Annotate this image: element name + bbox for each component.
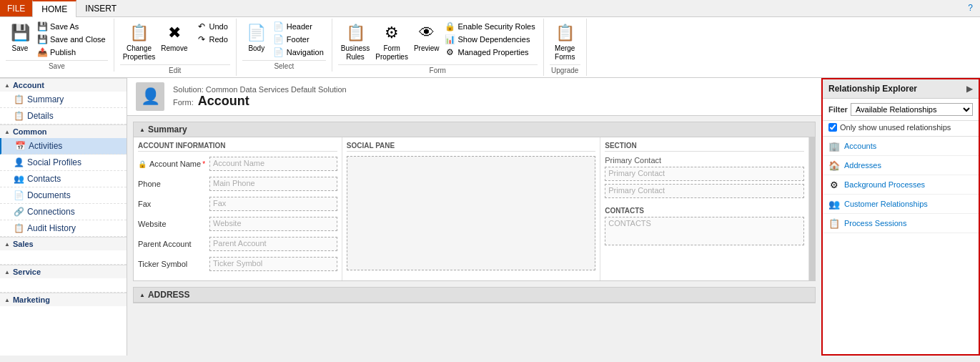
save-as-icon: 💾 xyxy=(36,21,48,32)
save-label: Save xyxy=(12,44,29,53)
ribbon: FILE HOME INSERT ? 💾 Save 💾 Save As 💾 xyxy=(0,0,980,78)
form-properties-button[interactable]: ⚙ FormProperties xyxy=(372,20,411,63)
background-processes-icon: ⚙ xyxy=(828,179,840,190)
sidebar-item-details-label: Details xyxy=(27,111,54,121)
sidebar-item-documents-label: Documents xyxy=(27,190,71,200)
fax-input[interactable]: Fax xyxy=(209,197,337,211)
sidebar-section-common[interactable]: Common xyxy=(0,124,127,138)
ribbon-group-upgrade: 📋 MergeForms Upgrade xyxy=(544,19,587,76)
save-small-buttons: 💾 Save As 💾 Save and Close 📤 Publish xyxy=(34,20,108,59)
contacts-section-header: CONTACTS xyxy=(605,207,804,215)
documents-icon: 📄 xyxy=(13,190,24,201)
form-section-address-header[interactable]: ADDRESS xyxy=(134,288,815,303)
contacts-input[interactable]: CONTACTS xyxy=(605,217,804,245)
publish-button[interactable]: 📤 Publish xyxy=(34,46,108,59)
form-properties-icon: ⚙ xyxy=(380,21,403,44)
merge-forms-button[interactable]: 📋 MergeForms xyxy=(550,20,579,63)
managed-properties-icon: ⚙ xyxy=(445,47,456,58)
required-star: * xyxy=(202,160,205,168)
business-rules-button[interactable]: 📋 BusinessRules xyxy=(338,20,373,63)
save-and-close-button[interactable]: 💾 Save and Close xyxy=(34,33,108,46)
sidebar-section-account[interactable]: Account xyxy=(0,78,127,92)
tab-file[interactable]: FILE xyxy=(0,0,32,16)
unused-relationships-label: Only show unused relationships xyxy=(840,123,951,132)
sidebar-item-connections[interactable]: 🔗 Connections xyxy=(0,204,127,220)
preview-button[interactable]: 👁 Preview xyxy=(411,20,442,54)
sales-placeholder xyxy=(0,250,127,265)
remove-button[interactable]: ✖ Remove xyxy=(158,20,190,54)
ticker-symbol-input[interactable]: Ticker Symbol xyxy=(209,257,337,271)
process-sessions-icon: 📋 xyxy=(828,217,840,229)
help-icon[interactable]: ? xyxy=(961,0,980,16)
form-section-address: ADDRESS xyxy=(133,287,816,303)
save-group-label: Save xyxy=(6,60,108,70)
relationship-item-process-sessions[interactable]: 📋 Process Sessions xyxy=(823,214,979,233)
tab-insert[interactable]: INSERT xyxy=(76,0,125,16)
customer-relationships-label: Customer Relationships xyxy=(844,200,928,208)
right-panel-expand-icon[interactable]: ▶ xyxy=(966,84,973,94)
relationship-item-customer-relationships[interactable]: 👥 Customer Relationships xyxy=(823,195,979,214)
change-properties-button[interactable]: 📋 ChangeProperties xyxy=(120,20,159,63)
sidebar-item-details[interactable]: 📋 Details xyxy=(0,108,127,124)
checkbox-row: Only show unused relationships xyxy=(823,121,979,137)
phone-input[interactable]: Main Phone xyxy=(209,177,337,191)
sidebar: Account 📋 Summary 📋 Details Common 📅 Act… xyxy=(0,78,127,356)
parent-account-input[interactable]: Parent Account xyxy=(209,237,337,251)
relationship-item-accounts[interactable]: 🏢 Accounts xyxy=(823,137,979,156)
website-input[interactable]: Website xyxy=(209,217,337,231)
select-small-col: 📄 Header 📄 Footer 📄 Navigation xyxy=(271,20,326,59)
save-and-close-label: Save and Close xyxy=(50,35,106,44)
accounts-icon: 🏢 xyxy=(828,140,840,152)
undo-redo-col: ↶ Undo ↷ Redo xyxy=(194,20,230,46)
social-profiles-icon: 👤 xyxy=(13,157,24,168)
ribbon-group-upgrade-content: 📋 MergeForms xyxy=(550,20,579,63)
sidebar-section-service[interactable]: Service xyxy=(0,265,127,278)
filter-select[interactable]: Available Relationships xyxy=(851,103,973,116)
form-section-summary-header[interactable]: Summary xyxy=(134,122,815,137)
save-button[interactable]: 💾 Save xyxy=(6,20,34,54)
unused-relationships-checkbox[interactable] xyxy=(828,123,837,132)
navigation-button[interactable]: 📄 Navigation xyxy=(271,46,326,59)
sidebar-item-summary[interactable]: 📋 Summary xyxy=(0,92,127,108)
save-as-button[interactable]: 💾 Save As xyxy=(34,20,108,33)
primary-contact-input-1[interactable]: Primary Contact xyxy=(605,167,804,181)
addresses-icon: 🏠 xyxy=(828,160,840,171)
enable-security-roles-button[interactable]: 🔒 Enable Security Roles xyxy=(442,20,538,33)
business-rules-label: BusinessRules xyxy=(341,44,370,62)
relationship-item-background-processes[interactable]: ⚙ Background Processes xyxy=(823,175,979,195)
accounts-label: Accounts xyxy=(844,142,876,150)
account-name-input[interactable]: Account Name xyxy=(209,157,337,171)
sidebar-item-documents[interactable]: 📄 Documents xyxy=(0,187,127,204)
sidebar-item-audit-history[interactable]: 📋 Audit History xyxy=(0,220,127,237)
tab-home[interactable]: HOME xyxy=(32,0,76,17)
primary-contact-input-2[interactable]: Primary Contact xyxy=(605,184,804,198)
social-pane-header: SOCIAL PANE xyxy=(347,142,595,152)
field-account-name: 🔒 Account Name * Account Name xyxy=(138,156,337,172)
sidebar-section-sales[interactable]: Sales xyxy=(0,237,127,250)
undo-button[interactable]: ↶ Undo xyxy=(194,20,230,33)
show-dependencies-button[interactable]: 📊 Show Dependencies xyxy=(442,33,538,46)
redo-label: Redo xyxy=(209,35,228,44)
sidebar-item-social-profiles[interactable]: 👤 Social Profiles xyxy=(0,155,127,171)
relationship-item-addresses[interactable]: 🏠 Addresses xyxy=(823,156,979,175)
header-icon: 📄 xyxy=(273,21,284,32)
remove-icon: ✖ xyxy=(163,21,186,44)
ribbon-body: 💾 Save 💾 Save As 💾 Save and Close 📤 Publ… xyxy=(0,17,980,77)
scrollbar[interactable] xyxy=(809,137,815,280)
select-group-label: Select xyxy=(242,60,326,70)
footer-button[interactable]: 📄 Footer xyxy=(271,33,326,46)
form-name: Account xyxy=(198,94,249,109)
body-button[interactable]: 📄 Body xyxy=(242,20,271,54)
ticker-symbol-label: Ticker Symbol xyxy=(138,260,209,268)
header-label: Header xyxy=(287,22,312,31)
sidebar-item-contacts[interactable]: 👥 Contacts xyxy=(0,171,127,187)
parent-account-label: Parent Account xyxy=(138,240,209,248)
sidebar-section-marketing[interactable]: Marketing xyxy=(0,293,127,306)
primary-contact-label: Primary Contact xyxy=(605,156,804,165)
header-button[interactable]: 📄 Header xyxy=(271,20,326,33)
content-area: 👤 Solution: Common Data Services Default… xyxy=(127,78,821,356)
managed-properties-button[interactable]: ⚙ Managed Properties xyxy=(442,46,538,59)
sidebar-item-activities[interactable]: 📅 Activities xyxy=(0,138,127,155)
content-header: 👤 Solution: Common Data Services Default… xyxy=(127,78,821,116)
redo-button[interactable]: ↷ Redo xyxy=(194,33,230,46)
